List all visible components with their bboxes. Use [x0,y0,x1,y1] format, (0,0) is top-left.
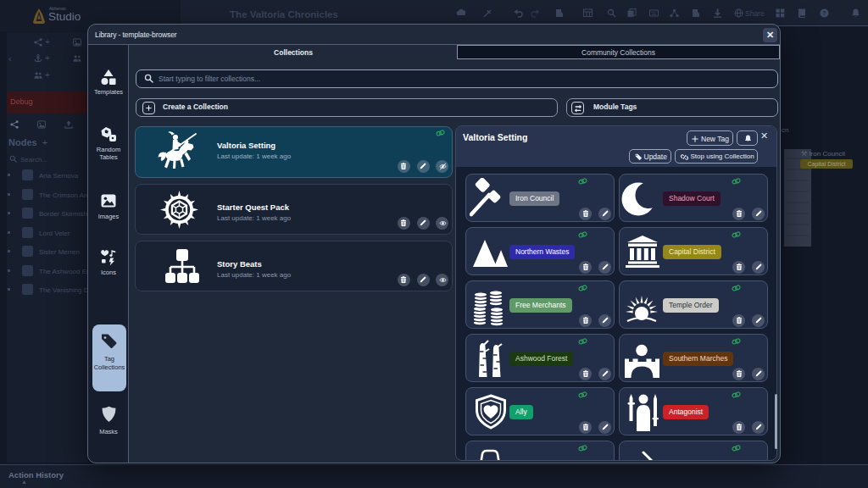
svg-text:?: ? [822,10,826,16]
